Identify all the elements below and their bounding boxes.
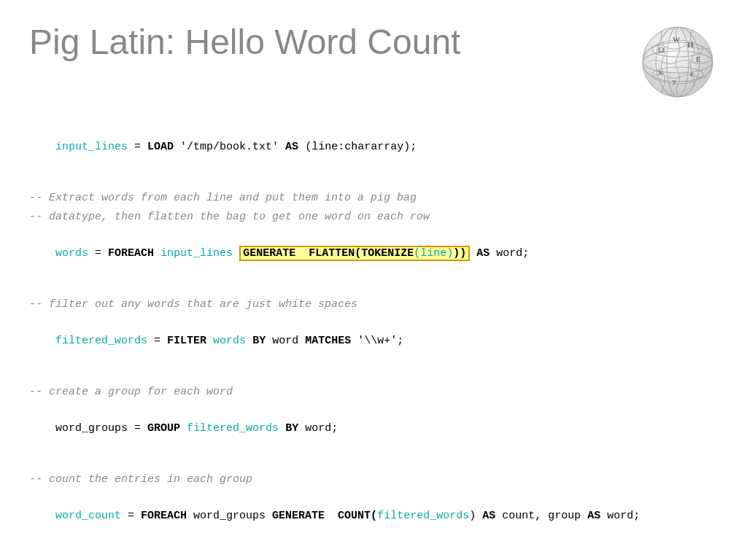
svg-text:E: E bbox=[696, 55, 701, 63]
var-word-count: word_count bbox=[55, 510, 121, 522]
kw-by-2: BY bbox=[285, 422, 298, 435]
comment-datatype: -- datatype, then flatten the bag to get… bbox=[29, 209, 718, 226]
var-input-lines: input_lines bbox=[55, 141, 128, 153]
svg-text:И: И bbox=[687, 40, 694, 49]
var-words-2: words bbox=[213, 335, 246, 347]
kw-matches: MATCHES bbox=[305, 335, 351, 347]
code-line-1: input_lines = LOAD '/tmp/book.txt' AS (l… bbox=[29, 121, 718, 174]
blank-2 bbox=[29, 281, 718, 295]
code-line-filter: filtered_words = FILTER words BY word MA… bbox=[29, 315, 718, 368]
svg-text:ъ: ъ bbox=[658, 67, 663, 76]
kw-as-2: AS bbox=[476, 247, 489, 260]
kw-as-1: AS bbox=[285, 141, 298, 153]
kw-group: GROUP bbox=[147, 422, 180, 435]
var-filtered-words: filtered_words bbox=[55, 335, 147, 347]
blank-3 bbox=[29, 369, 718, 382]
comment-extract: -- Extract words from each line and put … bbox=[29, 190, 718, 207]
var-input-lines-2: input_lines bbox=[160, 247, 233, 260]
kw-load: LOAD bbox=[147, 141, 174, 153]
blank-4 bbox=[29, 456, 718, 470]
code-block: input_lines = LOAD '/tmp/book.txt' AS (l… bbox=[0, 112, 747, 560]
blank-1 bbox=[29, 175, 718, 188]
comment-count: -- count the entries in each group bbox=[29, 471, 718, 489]
kw-foreach-2: FOREACH bbox=[141, 510, 187, 522]
wikipedia-logo: Ω W И E г y ъ bbox=[638, 22, 718, 105]
var-filtered-words-2: filtered_words bbox=[187, 422, 279, 435]
code-line-group: word_groups = GROUP filtered_words BY wo… bbox=[29, 402, 718, 455]
kw-as-3: AS bbox=[482, 510, 495, 522]
wiki-globe-icon: Ω W И E г y ъ bbox=[638, 22, 718, 102]
svg-text:г: г bbox=[690, 69, 694, 78]
comment-group: -- create a group for each word bbox=[29, 384, 718, 401]
svg-text:Ω: Ω bbox=[658, 45, 665, 54]
kw-as-4: AS bbox=[587, 510, 600, 522]
page-header: Pig Latin: Hello Word Count bbox=[0, 0, 747, 112]
comment-filter: -- filter out any words that are just wh… bbox=[29, 296, 718, 314]
blank-5 bbox=[29, 544, 718, 557]
kw-by-1: BY bbox=[252, 335, 266, 347]
var-words: words bbox=[55, 247, 88, 260]
svg-text:W: W bbox=[673, 36, 680, 44]
var-word-groups: word_groups bbox=[55, 422, 128, 435]
page-title: Pig Latin: Hello Word Count bbox=[29, 22, 460, 62]
kw-foreach-1: FOREACH bbox=[108, 247, 154, 260]
kw-generate-2: GENERATE COUNT( bbox=[272, 510, 377, 522]
highlighted-generate: GENERATE FLATTEN(TOKENIZE(line))) bbox=[239, 246, 470, 261]
svg-text:y: y bbox=[673, 77, 676, 85]
kw-filter: FILTER bbox=[167, 335, 206, 347]
code-line-words: words = FOREACH input_lines GENERATE FLA… bbox=[29, 228, 718, 280]
code-line-wordcount: word_count = FOREACH word_groups GENERAT… bbox=[29, 490, 718, 542]
var-filtered-words-3: filtered_words bbox=[377, 510, 469, 522]
